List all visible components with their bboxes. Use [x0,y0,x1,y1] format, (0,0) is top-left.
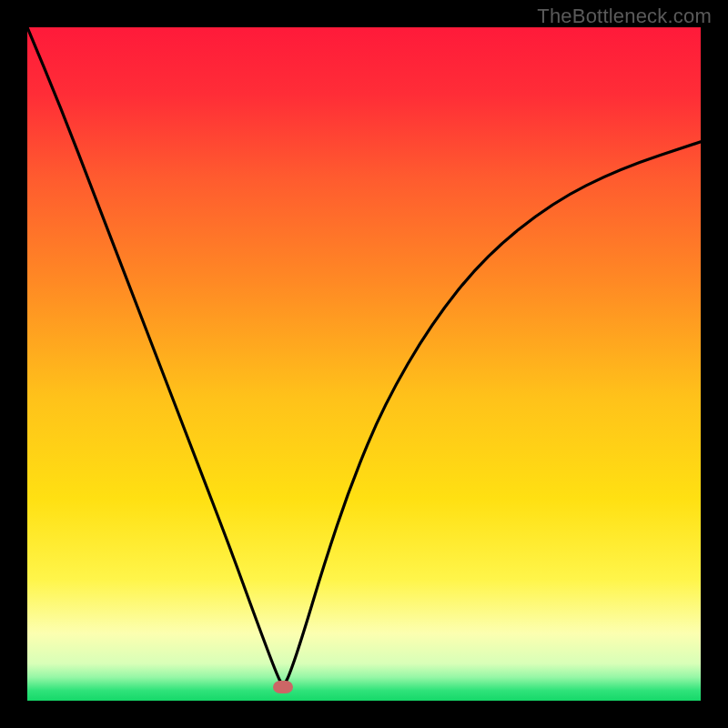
attribution-text: TheBottleneck.com [537,5,712,28]
curve-layer [27,27,701,701]
bottleneck-curve [27,27,701,684]
plot-area [27,27,701,701]
optimal-point-marker [273,681,293,693]
chart-frame: TheBottleneck.com [0,0,728,728]
